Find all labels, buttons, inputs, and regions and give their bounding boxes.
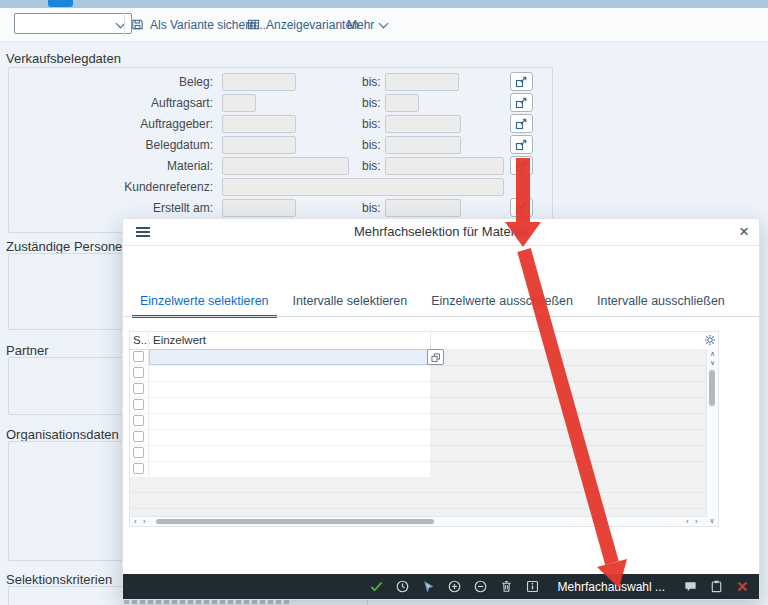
material-bis-input[interactable] — [385, 157, 504, 175]
row-checkbox[interactable] — [133, 415, 144, 426]
scroll-right-icon[interactable]: › — [695, 517, 698, 526]
single-values-table: S... Einzelwert — [129, 331, 719, 527]
tab-intervalle-ausschliessen[interactable]: Intervalle ausschließen — [589, 291, 733, 318]
beleg-bis-input[interactable] — [385, 73, 459, 91]
row-checkbox[interactable] — [133, 431, 144, 442]
field-row-beleg: Beleg: bis: — [0, 73, 560, 91]
save-variant-button[interactable]: Als Variante sichern... — [131, 8, 266, 41]
field-label: Erstellt am: — [60, 201, 213, 215]
beleg-input[interactable] — [222, 73, 296, 91]
material-multiselect-button[interactable] — [510, 156, 533, 175]
erstellt-am-multiselect-button[interactable] — [510, 198, 533, 217]
row-checkbox[interactable] — [133, 367, 144, 378]
table-row — [130, 461, 706, 478]
field-row-auftragsart: Auftragsart: bis: — [0, 94, 560, 112]
row-checkbox[interactable] — [133, 463, 144, 474]
table-header: S... Einzelwert — [130, 332, 718, 350]
scroll-left-icon[interactable]: ‹ — [686, 517, 689, 526]
display-variants-button[interactable]: Anzeigevarianten — [247, 8, 359, 41]
multi-selection-icon — [515, 138, 528, 151]
scroll-right-icon[interactable]: › — [143, 517, 146, 526]
table-row — [130, 349, 706, 366]
table-body — [130, 349, 706, 516]
accept-check-icon[interactable] — [368, 578, 385, 595]
selection-options-icon[interactable] — [420, 578, 437, 595]
tabs-divider — [123, 316, 759, 317]
erstellt-am-input[interactable] — [222, 199, 296, 217]
auftragsart-input[interactable] — [222, 94, 256, 112]
kundenreferenz-input[interactable] — [222, 178, 504, 196]
section-title-selektionskriterien: Selektionskriterien — [6, 572, 112, 587]
field-label: Auftragsart: — [60, 96, 213, 110]
row-checkbox[interactable] — [133, 351, 144, 362]
bis-label: bis: — [362, 138, 381, 152]
row-checkbox[interactable] — [133, 447, 144, 458]
table-row — [130, 381, 706, 398]
shell-active-tab-indicator — [48, 0, 73, 7]
screen: Als Variante sichern... Anzeigevarianten… — [0, 0, 768, 605]
table-filler-rows — [130, 477, 706, 516]
clipped-background-text — [124, 600, 292, 604]
beleg-multiselect-button[interactable] — [510, 72, 533, 91]
delete-row-icon[interactable] — [472, 578, 489, 595]
tab-intervalle-selektieren[interactable]: Intervalle selektieren — [285, 291, 416, 318]
auftraggeber-multiselect-button[interactable] — [510, 114, 533, 133]
scroll-corner-down-icon[interactable]: ∨ — [706, 516, 718, 526]
row-checkbox[interactable] — [133, 399, 144, 410]
dialog-title: Mehrfachselektion für Material — [123, 224, 759, 239]
delete-all-trash-icon[interactable] — [498, 578, 515, 595]
cancel-x-icon[interactable] — [734, 578, 751, 595]
auftraggeber-bis-input[interactable] — [385, 115, 461, 133]
insert-row-icon[interactable] — [446, 578, 463, 595]
section-title-zustaendige-personen: Zuständige Personen — [6, 239, 130, 254]
field-label: Kundenreferenz: — [60, 180, 213, 194]
vertical-scrollbar[interactable]: ∧ ∨ — [706, 349, 718, 516]
horizontal-scrollbar[interactable]: ‹ › ‹ › — [130, 516, 706, 526]
shell-top-strip — [0, 0, 768, 8]
copy-value-button[interactable] — [427, 349, 444, 365]
close-icon[interactable]: × — [739, 220, 749, 244]
belegdatum-multiselect-button[interactable] — [510, 135, 533, 154]
column-header-einzelwert: Einzelwert — [153, 334, 206, 346]
section-title-partner: Partner — [6, 343, 49, 358]
single-value-input[interactable] — [149, 349, 428, 365]
multi-selection-button[interactable]: Mehrfachauswahl ... — [558, 580, 665, 594]
multi-selection-icon — [515, 96, 528, 109]
multi-selection-icon — [515, 75, 528, 88]
bis-label: bis: — [362, 96, 381, 110]
auftragsart-multiselect-button[interactable] — [510, 93, 533, 112]
dialog-header: Mehrfachselektion für Material × — [123, 219, 759, 246]
row-checkbox[interactable] — [133, 383, 144, 394]
belegdatum-bis-input[interactable] — [385, 136, 461, 154]
scroll-up-icon[interactable]: ∧ — [707, 349, 718, 358]
erstellt-am-bis-input[interactable] — [385, 199, 461, 217]
table-row — [130, 397, 706, 414]
variant-combobox[interactable] — [14, 13, 132, 34]
table-row — [130, 445, 706, 462]
horizontal-scroll-thumb[interactable] — [156, 519, 434, 524]
scroll-left-icon[interactable]: ‹ — [134, 517, 137, 526]
section-title-verkaufsbelegdaten: Verkaufsbelegdaten — [6, 51, 121, 66]
grid-icon — [247, 18, 260, 31]
vertical-scroll-thumb[interactable] — [709, 370, 715, 406]
scroll-down-icon[interactable]: ∨ — [707, 358, 718, 367]
field-row-material: Material: bis: — [0, 157, 560, 175]
table-row — [130, 413, 706, 430]
info-icon[interactable] — [524, 578, 541, 595]
belegdatum-input[interactable] — [222, 136, 296, 154]
chevron-down-icon — [379, 18, 389, 28]
paste-clipboard-icon[interactable] — [708, 578, 725, 595]
auftraggeber-input[interactable] — [222, 115, 296, 133]
multi-selection-icon — [515, 201, 528, 214]
multi-selection-icon — [515, 159, 528, 172]
comment-bubble-icon[interactable] — [682, 578, 699, 595]
tab-einzelwerte-ausschliessen[interactable]: Einzelwerte ausschließen — [423, 291, 581, 318]
table-settings-gear-icon[interactable] — [704, 334, 716, 348]
copy-icon — [430, 352, 441, 363]
material-input[interactable] — [222, 157, 349, 175]
auftragsart-bis-input[interactable] — [385, 94, 419, 112]
tab-einzelwerte-selektieren[interactable]: Einzelwerte selektieren — [132, 291, 277, 318]
check-entries-clock-icon[interactable] — [394, 578, 411, 595]
bis-label: bis: — [362, 117, 381, 131]
more-button[interactable]: Mehr — [347, 8, 387, 41]
